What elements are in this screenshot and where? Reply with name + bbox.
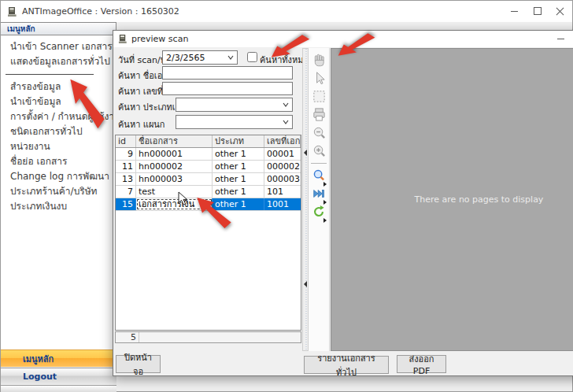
grid-cell[interactable]: 00001 bbox=[264, 148, 301, 160]
maximize-icon[interactable] bbox=[526, 1, 549, 21]
grid-column-header[interactable]: ชื่อเอกสาร bbox=[136, 135, 213, 147]
grid-row[interactable]: 9hn000001other 100001 bbox=[116, 148, 301, 161]
grid-column-header[interactable]: ประเภท bbox=[213, 135, 264, 147]
report-button[interactable]: รายงานเอกสารทั่วไป bbox=[304, 356, 389, 374]
search-dept-label: ค้นหา แผนก bbox=[118, 117, 165, 131]
sidebar-item[interactable]: ประเภทเงินงบ bbox=[1, 199, 116, 214]
chevron-down-icon bbox=[283, 120, 289, 124]
toolbar-separator bbox=[311, 163, 327, 164]
search-name-input[interactable] bbox=[162, 66, 293, 80]
preview-toolbar bbox=[309, 48, 330, 351]
sidebar-item[interactable]: นำเข้า Scanner เอกสารทั่วไป bbox=[1, 39, 116, 54]
desktop: ANTImageOffice : Version : 1650302 เมนูห… bbox=[0, 0, 573, 392]
refresh-icon[interactable] bbox=[310, 203, 327, 220]
grid-cell[interactable]: 9 bbox=[116, 148, 136, 160]
select-arrow-icon[interactable] bbox=[310, 69, 327, 87]
preview-window-icon bbox=[118, 34, 128, 44]
zoom-in-icon[interactable] bbox=[310, 142, 327, 159]
menu-divider bbox=[6, 74, 94, 75]
search-number-input[interactable] bbox=[162, 82, 293, 95]
minimize-icon[interactable] bbox=[503, 1, 526, 21]
dropdown-arrow-icon[interactable] bbox=[323, 218, 327, 223]
navbar-collapsed-strip[interactable] bbox=[1, 385, 116, 392]
navbar-main-menu-button[interactable]: เมนูหลัก bbox=[1, 349, 116, 367]
red-arrow-date-annotation bbox=[268, 33, 312, 59]
export-pdf-button[interactable]: ส่งออก PDF bbox=[397, 355, 446, 373]
sidebar-item[interactable]: Change log การพัฒนา bbox=[1, 169, 116, 184]
grid-cell[interactable]: 000003 bbox=[264, 173, 301, 185]
grid-cell[interactable]: 11 bbox=[116, 161, 136, 172]
main-titlebar: ANTImageOffice : Version : 1650302 bbox=[1, 1, 572, 22]
nav-group-caption[interactable]: เมนูหลัก bbox=[1, 22, 116, 35]
preview-minimize-icon[interactable] bbox=[548, 31, 573, 46]
splitter-collapse-icon[interactable] bbox=[304, 150, 307, 156]
grid-cell[interactable]: hn000001 bbox=[136, 148, 213, 160]
grid-cell[interactable]: 15 bbox=[116, 198, 136, 210]
splitter-collapse-icon[interactable] bbox=[304, 281, 307, 287]
documents-grid: idชื่อเอกสารประเภทเลขที่เอกสาร 9hn000001… bbox=[115, 135, 301, 331]
grid-cell[interactable]: 101 bbox=[264, 186, 301, 198]
record-count-bar: 5 bbox=[115, 331, 301, 343]
grid-cell[interactable]: 13 bbox=[116, 173, 136, 185]
app-icon bbox=[7, 6, 17, 17]
chevron-down-icon bbox=[283, 102, 289, 107]
grid-header: idชื่อเอกสารประเภทเลขที่เอกสาร bbox=[116, 135, 301, 148]
grid-cell[interactable]: 7 bbox=[116, 186, 136, 198]
grid-row[interactable]: 13hn000003other 1000003 bbox=[116, 173, 301, 186]
main-window-controls bbox=[503, 1, 571, 21]
preview-window-title: preview scan bbox=[131, 34, 188, 44]
grid-cell[interactable]: other 1 bbox=[213, 148, 264, 160]
grid-row[interactable]: 11hn000002other 1000002 bbox=[116, 161, 301, 173]
mouse-cursor bbox=[178, 191, 188, 205]
scan-date-value: 2/3/2565 bbox=[166, 53, 205, 63]
scan-date-combo[interactable]: 2/3/2565 bbox=[162, 50, 238, 65]
grid-cell[interactable]: other 1 bbox=[213, 173, 264, 185]
navbar-logout-button[interactable]: Logout bbox=[1, 368, 116, 384]
grid-cell[interactable]: hn000003 bbox=[136, 173, 213, 185]
sidebar-item[interactable]: แสดงข้อมูลเอกสารทั่วไป bbox=[1, 54, 116, 69]
chevron-down-icon bbox=[227, 55, 234, 60]
search-type-combo[interactable] bbox=[176, 98, 293, 112]
page-preview-area: There are no pages to display bbox=[331, 48, 573, 351]
search-dept-combo[interactable] bbox=[176, 115, 293, 129]
print-icon[interactable] bbox=[310, 105, 327, 123]
record-count: 5 bbox=[116, 332, 139, 342]
grid-cell[interactable]: 1001 bbox=[264, 198, 301, 210]
magnifier-tool-icon[interactable] bbox=[310, 167, 327, 184]
grid-cell[interactable]: other 1 bbox=[213, 161, 264, 172]
grid-cell[interactable]: hn000002 bbox=[136, 161, 213, 172]
red-arrow-row-annotation bbox=[194, 195, 234, 231]
window-title: ANTImageOffice : Version : 1650302 bbox=[22, 6, 179, 17]
grid-splitter[interactable] bbox=[302, 48, 309, 351]
close-screen-button[interactable]: ปิดหน้าจอ bbox=[116, 355, 161, 373]
search-all-checkbox[interactable] bbox=[247, 52, 257, 62]
sidebar-item[interactable]: ประเภทร้านค้า/บริษัท bbox=[1, 184, 116, 199]
red-arrow-checkbox-annotation bbox=[335, 31, 378, 57]
close-icon[interactable] bbox=[549, 1, 571, 21]
red-arrow-menu-annotation bbox=[68, 76, 107, 132]
navigate-pages-icon[interactable] bbox=[310, 185, 327, 202]
pan-hand-icon[interactable] bbox=[310, 51, 327, 68]
grid-cell[interactable]: 000002 bbox=[264, 161, 301, 172]
sidebar-item[interactable]: ชื่อย่อ เอกสาร bbox=[1, 154, 116, 169]
grid-column-header[interactable]: เลขที่เอกสาร bbox=[264, 135, 301, 147]
marquee-selection-icon[interactable] bbox=[310, 87, 327, 105]
zoom-out-icon[interactable] bbox=[310, 124, 327, 141]
no-pages-message: There are no pages to display bbox=[415, 194, 544, 205]
sidebar-item[interactable]: หน่วยงาน bbox=[1, 139, 116, 154]
grid-column-header[interactable]: id bbox=[116, 135, 136, 147]
